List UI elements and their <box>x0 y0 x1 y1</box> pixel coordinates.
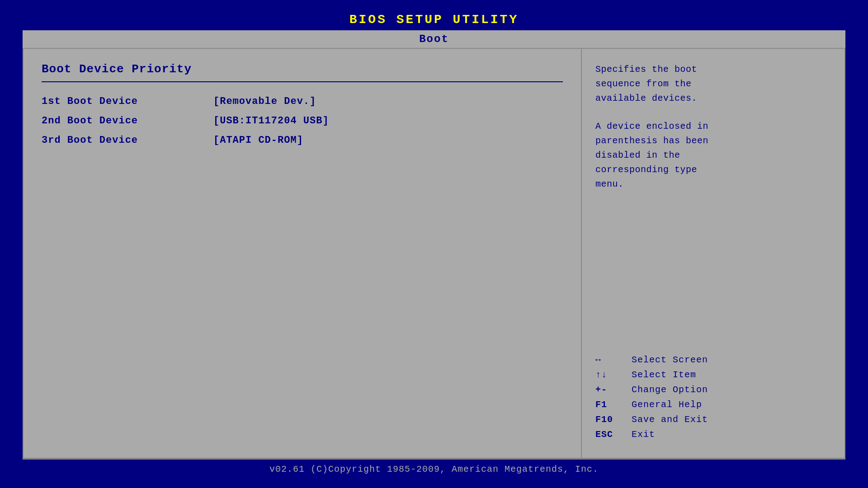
key-help-select-item: ↑↓ Select Item <box>595 370 831 380</box>
help-text-1: Specifies the bootsequence from theavail… <box>595 62 831 106</box>
footer-text: v02.61 (C)Copyright 1985-2009, American … <box>269 464 599 474</box>
key-f10: F10 <box>595 414 632 425</box>
key-help-esc: ESC Exit <box>595 429 831 440</box>
boot-item-3[interactable]: 3rd Boot Device [ATAPI CD-ROM] <box>42 135 563 146</box>
key-help-f10: F10 Save and Exit <box>595 414 831 425</box>
key-desc-select-item: Select Item <box>632 370 696 380</box>
boot-item-3-value: [ATAPI CD-ROM] <box>213 135 303 146</box>
boot-item-1-label: 1st Boot Device <box>42 96 213 107</box>
tab-bar: Boot <box>23 30 845 48</box>
key-help-select-screen: ↔ Select Screen <box>595 355 831 365</box>
key-help-change-option: +- Change Option <box>595 385 831 395</box>
boot-item-2-value: [USB:IT117204 USB] <box>213 115 329 127</box>
boot-item-1-value: [Removable Dev.] <box>213 96 316 107</box>
bios-title: BIOS SETUP UTILITY <box>349 13 519 27</box>
section-divider <box>42 81 563 82</box>
key-help-f1: F1 General Help <box>595 399 831 410</box>
current-tab: Boot <box>419 33 449 45</box>
bios-screen: BIOS SETUP UTILITY Boot Boot Device Prio… <box>0 0 868 488</box>
key-f1: F1 <box>595 399 632 410</box>
key-help-section: ↔ Select Screen ↑↓ Select Item +- Change… <box>595 346 831 444</box>
key-esc: ESC <box>595 429 632 440</box>
key-desc-exit: Exit <box>632 429 655 440</box>
title-bar: BIOS SETUP UTILITY <box>23 9 845 30</box>
footer-bar: v02.61 (C)Copyright 1985-2009, American … <box>23 459 845 479</box>
right-panel: Specifies the bootsequence from theavail… <box>582 49 844 458</box>
left-panel: Boot Device Priority 1st Boot Device [Re… <box>24 49 582 458</box>
key-arrows-ud: ↑↓ <box>595 370 632 380</box>
key-plus-minus: +- <box>595 385 632 395</box>
key-desc-save-exit: Save and Exit <box>632 414 708 425</box>
section-title: Boot Device Priority <box>42 62 563 76</box>
key-desc-change-option: Change Option <box>632 385 708 395</box>
help-text-2: A device enclosed inparenthesis has been… <box>595 119 831 192</box>
boot-item-2-label: 2nd Boot Device <box>42 115 213 127</box>
key-desc-select-screen: Select Screen <box>632 355 708 365</box>
key-arrows-lr: ↔ <box>595 355 632 365</box>
boot-item-2[interactable]: 2nd Boot Device [USB:IT117204 USB] <box>42 115 563 127</box>
boot-item-1[interactable]: 1st Boot Device [Removable Dev.] <box>42 96 563 107</box>
boot-item-3-label: 3rd Boot Device <box>42 135 213 146</box>
main-container: Boot Device Priority 1st Boot Device [Re… <box>23 48 845 459</box>
key-desc-general-help: General Help <box>632 399 702 410</box>
